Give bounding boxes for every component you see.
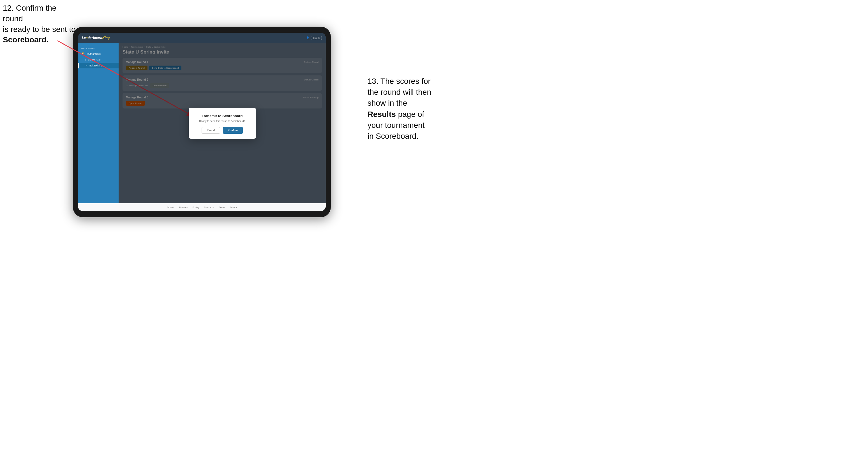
annotation-right-line1: 13. The scores for	[368, 77, 431, 86]
modal-title: Transmit to Scoreboard	[195, 114, 249, 118]
logo: LeaderboardKing	[82, 36, 110, 40]
sidebar-create-new[interactable]: + Create New	[78, 57, 119, 63]
annotation-right-line3: show in the	[368, 99, 407, 107]
sidebar-create-label: Create New	[88, 59, 100, 61]
annotation-line1: 12. Confirm the round	[3, 4, 56, 23]
plus-icon: +	[85, 59, 86, 61]
annotation-right-line6: in Scoreboard.	[368, 132, 418, 141]
footer-features[interactable]: Features	[179, 206, 188, 209]
sidebar-item-tournaments[interactable]: 🏆 Tournaments	[78, 51, 119, 57]
sidebar: MAIN MENU 🏆 Tournaments + Create New ✎ E…	[78, 43, 119, 203]
modal-confirm-button[interactable]: Confirm	[223, 127, 243, 134]
modal-cancel-button[interactable]: Cancel	[202, 127, 220, 134]
tablet-screen: LeaderboardKing 👤 Sign In MAIN MENU 🏆 To…	[78, 33, 326, 211]
user-icon: 👤	[306, 36, 309, 39]
modal-subtitle: Ready to send this round to Scoreboard?	[195, 120, 249, 123]
footer-product[interactable]: Product	[167, 206, 174, 209]
annotation-right-results: Results	[368, 110, 396, 119]
annotation-line3: Scoreboard.	[3, 35, 49, 44]
content-area: Home › Tournaments › State U Spring Invi…	[119, 43, 326, 203]
tablet-footer: Product Features Pricing Resources Terms…	[78, 203, 326, 211]
annotation-top-left: 12. Confirm the round is ready to be sen…	[3, 3, 79, 45]
sidebar-menu-label: MAIN MENU	[78, 46, 119, 51]
sidebar-tournaments-label: Tournaments	[86, 53, 101, 55]
footer-resources[interactable]: Resources	[204, 206, 214, 209]
annotation-right-line2: the round will then	[368, 88, 431, 96]
modal-box: Transmit to Scoreboard Ready to send thi…	[189, 107, 256, 139]
footer-pricing[interactable]: Pricing	[193, 206, 199, 209]
modal-overlay: Transmit to Scoreboard Ready to send thi…	[119, 43, 326, 203]
annotation-right: 13. The scores for the round will then s…	[368, 76, 431, 142]
top-nav: LeaderboardKing 👤 Sign In	[78, 33, 326, 43]
footer-privacy[interactable]: Privacy	[230, 206, 237, 209]
sidebar-edit-existing[interactable]: ✎ Edit Existing	[78, 63, 119, 68]
trophy-icon: 🏆	[81, 53, 84, 55]
annotation-right-page: page of	[396, 110, 424, 119]
sidebar-edit-label: Edit Existing	[89, 64, 103, 67]
main-layout: MAIN MENU 🏆 Tournaments + Create New ✎ E…	[78, 43, 326, 203]
annotation-right-line5: your tournament	[368, 121, 425, 129]
tablet-device: LeaderboardKing 👤 Sign In MAIN MENU 🏆 To…	[73, 27, 331, 217]
sign-in-button[interactable]: Sign In	[311, 36, 322, 40]
nav-right: 👤 Sign In	[306, 36, 322, 40]
footer-terms[interactable]: Terms	[219, 206, 225, 209]
edit-icon: ✎	[86, 64, 88, 67]
modal-buttons: Cancel Confirm	[195, 127, 249, 134]
annotation-line2: is ready to be sent to	[3, 25, 76, 34]
